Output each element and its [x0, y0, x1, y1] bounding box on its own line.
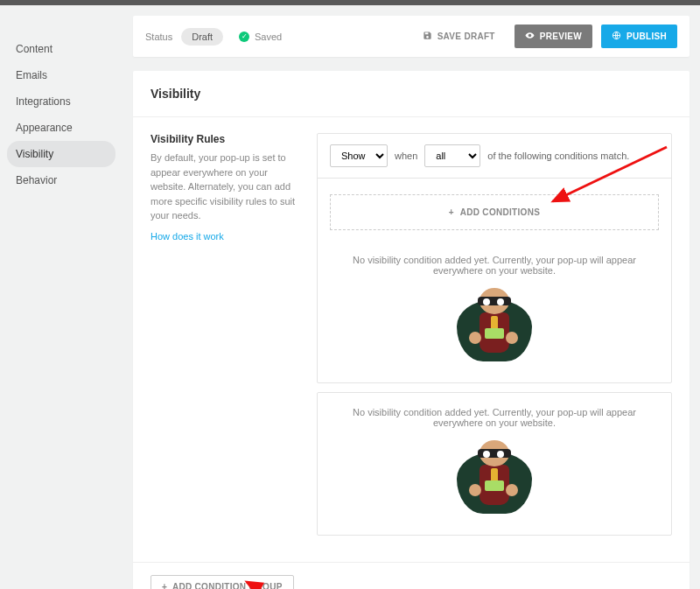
plus-icon: + — [449, 207, 454, 217]
plus-icon: + — [162, 582, 167, 589]
content-column: Status Draft ✓ Saved SAVE DRAFT PREVIEW — [122, 5, 700, 589]
sidebar-item-visibility[interactable]: Visibility — [7, 141, 116, 167]
preview-label: PREVIEW — [540, 32, 582, 41]
add-group-label: ADD CONDITION GROUP — [172, 582, 283, 589]
show-select[interactable]: Show — [330, 144, 388, 167]
panel-title: Visibility — [133, 71, 690, 117]
preview-button[interactable]: PREVIEW — [514, 25, 592, 48]
add-condition-group-button[interactable]: + ADD CONDITION GROUP — [150, 575, 294, 589]
how-does-it-work-link[interactable]: How does it work — [150, 231, 224, 242]
rule-group-1: Show when all of the following condition… — [317, 133, 672, 383]
visibility-panel: Visibility Visibility Rules By default, … — [133, 71, 690, 589]
sidebar-item-content[interactable]: Content — [7, 36, 116, 62]
mascot-illustration-2 — [464, 440, 525, 519]
mascot-illustration-1 — [464, 288, 525, 367]
status-label: Status — [145, 32, 172, 42]
empty-message-1: No visibility condition added yet. Curre… — [318, 246, 671, 276]
save-draft-button[interactable]: SAVE DRAFT — [412, 25, 506, 48]
saved-indicator: ✓ Saved — [239, 32, 282, 42]
add-conditions-label: ADD CONDITIONS — [460, 207, 540, 217]
sidebar-item-emails[interactable]: Emails — [7, 62, 116, 88]
rule-sentence: Show when all of the following condition… — [318, 134, 671, 179]
status-bar: Status Draft ✓ Saved SAVE DRAFT PREVIEW — [133, 16, 690, 57]
sidebar-item-integrations[interactable]: Integrations — [7, 88, 116, 115]
publish-button[interactable]: PUBLISH — [601, 25, 677, 48]
sidebar: Content Emails Integrations Appearance V… — [0, 5, 122, 589]
tail-label: of the following conditions match. — [487, 151, 629, 161]
saved-label: Saved — [255, 32, 282, 42]
rules-description: Visibility Rules By default, your pop-up… — [150, 133, 299, 544]
sidebar-item-behavior[interactable]: Behavior — [7, 167, 116, 193]
rules-title: Visibility Rules — [150, 133, 299, 145]
check-icon: ✓ — [239, 32, 249, 42]
all-select[interactable]: all — [424, 144, 480, 167]
rules-desc-text: By default, your pop-up is set to appear… — [150, 151, 299, 223]
sidebar-item-appearance[interactable]: Appearance — [7, 115, 116, 141]
when-label: when — [395, 151, 417, 161]
add-conditions-button[interactable]: + ADD CONDITIONS — [330, 194, 659, 230]
save-draft-label: SAVE DRAFT — [438, 32, 495, 41]
publish-label: PUBLISH — [626, 32, 667, 41]
add-group-row: + ADD CONDITION GROUP — [133, 563, 690, 589]
status-pill: Draft — [181, 28, 223, 46]
rule-group-2: No visibility condition added yet. Curre… — [317, 392, 672, 536]
eye-icon — [525, 31, 535, 42]
save-icon — [423, 31, 432, 42]
globe-icon — [612, 31, 621, 42]
empty-message-2: No visibility condition added yet. Curre… — [318, 393, 671, 428]
rules-config: Show when all of the following condition… — [317, 133, 672, 544]
